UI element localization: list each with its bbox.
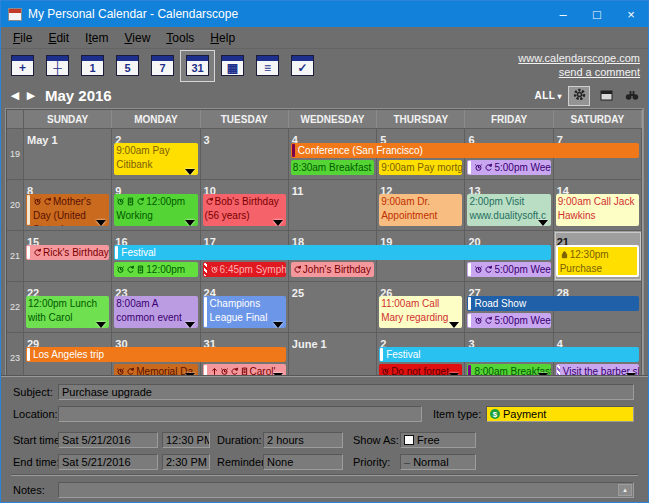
month-title: May 2016	[45, 87, 112, 104]
priority-field[interactable]: –Normal	[400, 454, 476, 470]
maximize-button[interactable]: □	[580, 1, 614, 27]
event-title: Conference (San Francisco)	[298, 145, 423, 156]
event[interactable]: 9:00am Dr. Appointment	[379, 194, 462, 226]
event[interactable]: 5:00pm Wee	[467, 313, 550, 328]
event[interactable]: 12:00pm Working	[114, 194, 197, 226]
event[interactable]: 12:00pm	[114, 262, 197, 277]
start-time-field[interactable]: 12:30 PM	[162, 432, 210, 448]
event[interactable]: 5:00pm Wee	[467, 160, 550, 175]
filter-dropdown[interactable]: ALL▾	[535, 90, 562, 101]
event[interactable]: 12:00pm Lunch with Carol	[26, 296, 109, 328]
toolbar-button-week-view[interactable]: 7	[145, 50, 180, 82]
event-strip	[115, 246, 118, 259]
toolbar-button-new-item[interactable]: +	[5, 50, 40, 82]
event[interactable]: 2:00pm Visit www.dualitysoft.c	[467, 194, 550, 226]
alarm-icon	[210, 265, 219, 274]
event-title: 9:00am Pay Citibank	[116, 145, 169, 170]
day-cell-3[interactable]: 3	[201, 129, 289, 179]
show-as-value: Free	[417, 434, 440, 446]
more-marker-icon	[96, 220, 106, 226]
toolbar-button-multi-week-view[interactable]: ▦	[215, 50, 250, 82]
prev-month-button[interactable]: ◀	[7, 89, 23, 102]
event[interactable]: Bob's Birthday (56 years)	[203, 194, 286, 226]
weeks-container: 19May 12345679:00am Pay CitibankConferen…	[7, 129, 642, 383]
toolbar-button-day-view[interactable]: 1	[75, 50, 110, 82]
item-type-label: Item type:	[433, 408, 481, 420]
show-as-field[interactable]: Free	[400, 432, 476, 448]
day-cell-11[interactable]: 11	[289, 180, 377, 230]
notes-scroll-button[interactable]: ▴	[618, 484, 632, 496]
week-row: 20891011121314Mother's Day (United State…	[7, 180, 642, 231]
event[interactable]: Champions League Final	[203, 296, 286, 328]
end-time-field[interactable]: 2:30 PM	[162, 454, 210, 470]
event[interactable]: Conference (San Francisco)	[291, 143, 639, 158]
start-time-label: Start time:	[13, 434, 63, 446]
details-panel-button[interactable]	[596, 87, 616, 105]
menu-item-item[interactable]: Item	[77, 29, 116, 47]
subject-field[interactable]: Purchase upgrade	[58, 384, 634, 400]
minimize-button[interactable]: –	[546, 1, 580, 27]
next-month-button[interactable]: ▶	[23, 89, 39, 102]
week-number: 20	[7, 180, 24, 230]
event-strip	[468, 263, 471, 276]
day-header-thursday: THURSDAY	[377, 110, 465, 128]
event[interactable]: 6:45pm Symph	[203, 262, 286, 277]
event[interactable]: Festival	[114, 245, 550, 260]
toolbar-button-agenda-view[interactable]: ≡	[250, 50, 285, 82]
duration-field[interactable]: 2 hours	[263, 432, 343, 448]
event-title: Bob's Birthday (56 years)	[205, 196, 279, 221]
more-marker-icon	[273, 220, 283, 226]
day-cell-may-1[interactable]: May 1	[24, 129, 112, 179]
event[interactable]: John's Birthday	[291, 262, 374, 277]
menu-item-view[interactable]: View	[116, 29, 158, 47]
week-row: 222223242526272812:00pm Lunch with Carol…	[7, 282, 642, 333]
event[interactable]: 8:00am A common event	[114, 296, 197, 328]
menu-item-file[interactable]: File	[5, 29, 40, 47]
event[interactable]: Mother's Day (United States)	[26, 194, 109, 226]
comment-link[interactable]: send a comment	[518, 65, 640, 79]
alarm-icon	[116, 197, 125, 206]
event-title: 5:00pm Wee	[494, 264, 550, 275]
event[interactable]: Festival	[379, 347, 639, 362]
event-strip	[468, 314, 471, 327]
event[interactable]: 12:30pm Purchase	[556, 245, 639, 277]
item-type-field[interactable]: $ Payment	[486, 406, 634, 422]
day-number: May 1	[27, 134, 58, 146]
alarm-icon	[474, 316, 483, 325]
menu-item-tools[interactable]: Tools	[158, 29, 202, 47]
recurrence-icon	[484, 265, 493, 274]
event[interactable]: 11:00am Call Mary regarding	[379, 296, 462, 328]
event-strip	[292, 144, 295, 157]
start-date-field[interactable]: Sat 5/21/2016	[58, 432, 158, 448]
toolbar-button-work-week-view[interactable]: 5	[110, 50, 145, 82]
event-title: Rick's Birthday	[43, 247, 109, 258]
event[interactable]: Rick's Birthday	[26, 245, 109, 260]
event[interactable]: 8:30am Breakfast w	[291, 160, 374, 175]
event[interactable]: 9:00am Pay mortga	[379, 160, 462, 175]
event[interactable]: 9:00am Pay Citibank	[114, 143, 197, 175]
close-button[interactable]: ×	[614, 1, 648, 27]
options-button[interactable]	[568, 86, 590, 106]
event[interactable]: Los Angeles trip	[26, 347, 286, 362]
tasks-view-icon: ✓	[291, 55, 314, 76]
menu-item-help[interactable]: Help	[202, 29, 243, 47]
toolbar-button-tasks-view[interactable]: ✓	[285, 50, 320, 82]
end-date-field[interactable]: Sat 5/21/2016	[58, 454, 158, 470]
toolbar-button-month-view[interactable]: 31	[180, 50, 215, 82]
event-title: 2:00pm Visit www.dualitysoft.c	[469, 196, 546, 221]
notes-field[interactable]: ▴	[58, 482, 634, 498]
location-field[interactable]	[58, 406, 422, 422]
reminder-field[interactable]: None	[263, 454, 343, 470]
search-button[interactable]	[622, 87, 642, 105]
event[interactable]: 9:00am Call Jack Hawkins	[556, 194, 639, 226]
recurrence-icon	[126, 367, 135, 376]
event[interactable]: 5:00pm Wee	[467, 262, 550, 277]
more-marker-icon	[538, 220, 548, 226]
toolbar-button-go-to-date[interactable]: ┼	[40, 50, 75, 82]
day-cell-25[interactable]: 25	[289, 282, 377, 332]
recurrence-icon	[205, 197, 214, 206]
website-link[interactable]: www.calendarscope.com	[518, 51, 640, 65]
menu-item-edit[interactable]: Edit	[40, 29, 77, 47]
event[interactable]: Road Show	[467, 296, 639, 311]
panel-icon	[600, 87, 613, 105]
